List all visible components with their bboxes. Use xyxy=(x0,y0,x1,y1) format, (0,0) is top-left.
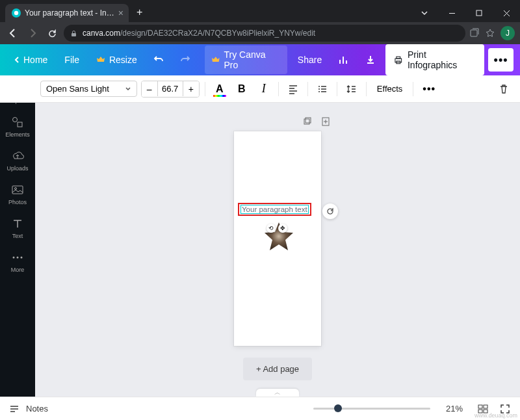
rotate-shape-icon[interactable]: ⟲ xyxy=(266,224,276,233)
home-label: Home xyxy=(23,55,47,65)
lock-icon xyxy=(70,30,77,37)
browser-tab[interactable]: Your paragraph text - Infographi × xyxy=(5,4,129,22)
svg-point-18 xyxy=(13,257,15,259)
share-url-icon[interactable] xyxy=(469,28,480,38)
profile-avatar[interactable]: J xyxy=(500,26,515,40)
svg-point-14 xyxy=(13,118,18,122)
effects-button[interactable]: Effects xyxy=(372,80,408,98)
notes-icon[interactable] xyxy=(9,404,20,414)
zoom-percent[interactable]: 21% xyxy=(446,404,463,413)
list-button[interactable] xyxy=(313,80,332,98)
star-bookmark-icon[interactable] xyxy=(485,28,495,38)
font-name-label: Open Sans Light xyxy=(46,84,109,94)
text-element-highlight: Your paragraph text xyxy=(238,203,311,216)
editor-footer: Notes 21% xyxy=(0,397,520,420)
maximize-icon[interactable] xyxy=(465,4,493,22)
zoom-thumb[interactable] xyxy=(334,404,342,412)
elements-icon xyxy=(11,116,24,129)
font-size-stepper[interactable]: – + xyxy=(141,81,200,98)
bold-button[interactable]: B xyxy=(233,80,251,98)
svg-point-20 xyxy=(21,257,23,259)
chevron-left-icon xyxy=(13,56,21,64)
more-text-options[interactable]: ••• xyxy=(419,80,439,98)
font-family-select[interactable]: Open Sans Light xyxy=(40,81,137,97)
new-tab-button[interactable]: + xyxy=(129,7,149,22)
zoom-slider[interactable] xyxy=(313,408,430,410)
editor-main: Templates Elements Uploads Photos Text M… xyxy=(0,103,520,397)
expand-pages-icon[interactable]: ︿ xyxy=(256,389,299,397)
minimize-icon[interactable] xyxy=(438,4,465,22)
watermark: www.deuaq.com xyxy=(474,412,517,419)
back-icon[interactable] xyxy=(5,25,21,41)
alignment-button[interactable] xyxy=(284,80,302,98)
sidebar-item-more[interactable]: More xyxy=(0,244,35,278)
close-window-icon[interactable] xyxy=(493,4,520,22)
svg-rect-1 xyxy=(476,10,482,16)
sidebar-label: Uploads xyxy=(6,165,28,172)
close-tab-icon[interactable]: × xyxy=(118,8,124,18)
canvas-area[interactable]: Your paragraph text ⟲ ✥ + Add page ︿ xyxy=(35,103,520,397)
svg-rect-25 xyxy=(484,405,488,408)
svg-rect-22 xyxy=(306,118,311,123)
text-element[interactable]: Your paragraph text xyxy=(240,205,309,214)
share-button[interactable]: Share xyxy=(291,51,328,69)
sidebar-item-text[interactable]: Text xyxy=(0,211,35,244)
download-icon[interactable] xyxy=(359,48,382,72)
uploads-icon xyxy=(11,150,24,163)
sidebar-label: Text xyxy=(12,233,23,239)
font-size-increase[interactable]: + xyxy=(183,81,199,97)
print-label: Print Infographics xyxy=(408,49,476,70)
text-toolbar: Open Sans Light – + A B I Effects ••• xyxy=(0,75,520,103)
canva-menubar: Home File Resize Try Canva Pro Share Pri… xyxy=(0,44,520,75)
notes-button[interactable]: Notes xyxy=(26,404,48,413)
spacing-button[interactable] xyxy=(343,80,361,98)
sidebar-label: More xyxy=(11,267,25,273)
resize-button[interactable]: Resize xyxy=(90,51,144,69)
reload-icon[interactable] xyxy=(44,25,60,41)
url-field[interactable]: canva.com/design/DAE32CRaX2A/N7QCBYw8iPl… xyxy=(64,25,465,42)
sidebar-item-elements[interactable]: Elements xyxy=(0,109,35,143)
move-shape-icon[interactable]: ✥ xyxy=(278,224,287,233)
print-icon xyxy=(393,55,404,65)
italic-button[interactable]: I xyxy=(255,80,273,98)
insights-icon[interactable] xyxy=(332,48,355,72)
svg-rect-24 xyxy=(478,405,482,408)
browser-titlebar: Your paragraph text - Infographi × + xyxy=(0,0,520,22)
font-size-decrease[interactable]: – xyxy=(142,81,157,97)
chevron-down-icon[interactable] xyxy=(411,4,438,22)
redo-button[interactable] xyxy=(174,48,197,72)
sidebar-item-photos[interactable]: Photos xyxy=(0,177,35,211)
try-pro-button[interactable]: Try Canva Pro xyxy=(205,46,287,74)
svg-rect-21 xyxy=(304,119,309,124)
duplicate-page-icon[interactable] xyxy=(301,114,314,127)
svg-point-19 xyxy=(17,257,19,259)
undo-button[interactable] xyxy=(148,48,170,72)
svg-point-8 xyxy=(318,88,320,90)
svg-rect-5 xyxy=(396,57,400,59)
svg-point-0 xyxy=(14,11,18,15)
shape-handles: ⟲ ✥ xyxy=(266,224,287,233)
photos-icon xyxy=(11,183,24,196)
file-button[interactable]: File xyxy=(58,51,86,69)
add-page-button[interactable]: + Add page xyxy=(243,358,312,380)
url-text: canva.com/design/DAE32CRaX2A/N7QCBYw8iPl… xyxy=(83,29,315,38)
svg-point-17 xyxy=(15,188,17,190)
design-page[interactable]: Your paragraph text ⟲ ✥ xyxy=(234,131,321,346)
font-size-input[interactable] xyxy=(157,81,183,96)
add-page-icon[interactable] xyxy=(319,114,332,127)
svg-point-9 xyxy=(318,91,320,92)
sidebar-item-uploads[interactable]: Uploads xyxy=(0,143,35,177)
crown-icon xyxy=(96,55,105,64)
crown-icon xyxy=(211,55,220,64)
text-icon xyxy=(11,217,24,230)
more-menu-button[interactable]: ••• xyxy=(488,48,514,72)
svg-point-7 xyxy=(318,86,320,87)
text-color-button[interactable]: A xyxy=(211,80,229,98)
print-button[interactable]: Print Infographics xyxy=(385,44,484,75)
svg-rect-2 xyxy=(72,33,76,36)
home-button[interactable]: Home xyxy=(6,51,54,69)
delete-button[interactable] xyxy=(494,80,514,98)
canva-favicon-icon xyxy=(12,8,21,18)
try-pro-label: Try Canva Pro xyxy=(224,49,281,70)
rotate-handle-icon[interactable] xyxy=(322,203,338,219)
